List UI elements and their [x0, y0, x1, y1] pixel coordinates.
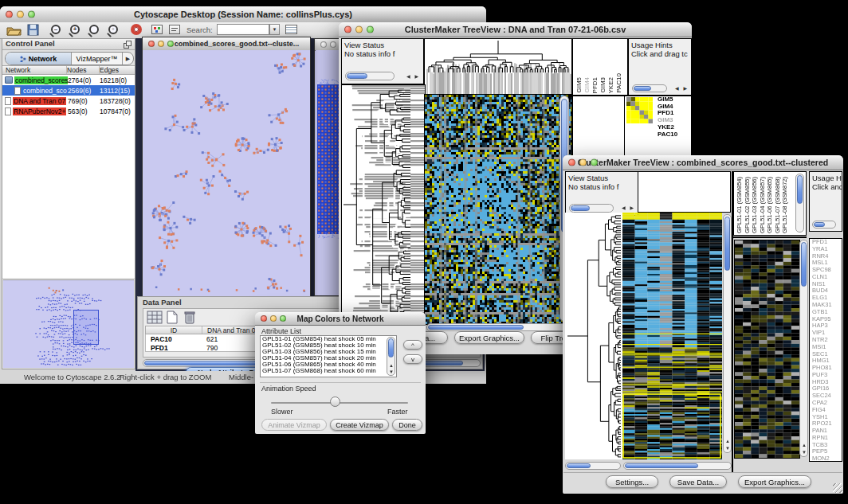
usage-hints-scroll-pill[interactable] [814, 222, 825, 227]
attribute-table-icon[interactable] [285, 25, 297, 34]
tab-overflow-button[interactable]: ▶ [123, 53, 133, 64]
animate-vizmap-button[interactable]: Animate Vizmap [261, 419, 327, 431]
close-button[interactable] [148, 41, 155, 47]
treeview2-titlebar[interactable]: ClusterMaker TreeView : combined_scores_… [563, 155, 843, 170]
search-dropdown-button[interactable]: ▼ [269, 24, 280, 35]
gene-label[interactable]: MON2 [812, 455, 842, 462]
zoom-in-icon[interactable]: + [70, 25, 80, 34]
main-titlebar[interactable]: Cytoscape Desktop (Session Name: collins… [0, 6, 486, 23]
export-graphics-button[interactable]: Export Graphics... [454, 331, 524, 344]
zoom-button[interactable] [367, 26, 374, 33]
attribute-list-scrollbar[interactable]: ▲ ▼ [387, 337, 395, 376]
close-button[interactable] [344, 26, 351, 33]
zoom-button[interactable] [280, 315, 286, 322]
table-grid-icon[interactable] [147, 311, 163, 324]
scroll-arrows-icon[interactable]: ◀ ▶ [622, 205, 635, 210]
network-frame1-titlebar[interactable]: combined_scores_good.txt--cluste... [143, 37, 310, 51]
treeview1-titlebar[interactable]: ClusterMaker TreeView : DNA and Tran 07-… [339, 22, 692, 37]
close-button[interactable] [320, 41, 327, 48]
array-labels-scroll-pill[interactable] [797, 175, 803, 204]
treeview2-zoom-vscroll-pill[interactable] [801, 242, 807, 287]
save-data-button[interactable]: Save Data... [669, 475, 727, 488]
treeview2-gtr-hscroll[interactable] [565, 462, 621, 470]
scroll-up-icon[interactable]: ▲ [725, 439, 730, 443]
zoom-fit-icon[interactable]: ▫ [108, 25, 118, 34]
zoom-button[interactable] [28, 11, 35, 18]
scroll-arrows-icon[interactable]: ◀ ▶ [406, 73, 420, 79]
search-input[interactable] [217, 24, 269, 35]
vizmapper-icon[interactable] [151, 25, 163, 34]
dialog-titlebar[interactable]: Map Colors to Network [255, 312, 426, 326]
attribute-list-item[interactable]: GPL51-07 (GSM868) heat shock 60 min [261, 368, 396, 374]
zoom-out-icon[interactable]: – [51, 25, 61, 34]
scroll-up-icon[interactable]: ▲ [802, 443, 807, 447]
network-overview-canvas[interactable] [3, 279, 134, 368]
treeview2-heat-hscroll-pill[interactable] [625, 463, 698, 468]
help-icon[interactable] [131, 24, 142, 35]
tab-vizmapper[interactable]: VizMapper™ [72, 53, 123, 64]
minimize-button[interactable] [579, 159, 587, 166]
minimize-button[interactable] [158, 41, 164, 47]
save-session-icon[interactable] [27, 24, 39, 36]
view-status-scrollbar[interactable] [569, 204, 614, 213]
zoom-button[interactable] [167, 41, 174, 47]
minimize-button[interactable] [330, 41, 336, 48]
close-button[interactable] [568, 159, 575, 166]
treeview1-gene-dendrogram-canvas[interactable] [341, 84, 426, 325]
view-status-scroll-pill[interactable] [347, 73, 367, 79]
attribute-list: GPL51-01 (GSM854) heat shock 05 minGPL51… [260, 335, 397, 377]
treeview1-zoom-matrix-canvas[interactable] [626, 97, 653, 123]
treeview2-vscroll[interactable]: ▲ ▼ [723, 214, 732, 453]
treeview1-heatmap-canvas[interactable] [424, 94, 572, 325]
minimize-button[interactable] [270, 315, 277, 322]
view-status-scrollbar[interactable] [345, 72, 395, 80]
treeview2-view-status: View Status No status info f ◀ ▶ [565, 171, 638, 216]
network-row[interactable]: DNA and Tran 07 769(0) 183728(0) [2, 96, 135, 106]
treeview1-array-dendrogram-canvas[interactable] [424, 38, 572, 96]
move-up-button[interactable]: ^ [403, 340, 422, 350]
attribute-list-scroll-pill[interactable] [388, 338, 394, 357]
treeview2-zoom-heatmap-canvas[interactable] [734, 240, 800, 459]
network-row[interactable]: RNAPuberNov2+ 563(0) 107847(0) [2, 106, 135, 116]
usage-hints-scrollbar[interactable] [632, 84, 667, 92]
scroll-down-icon[interactable]: ▼ [802, 450, 807, 455]
network-view1-canvas[interactable] [143, 50, 310, 294]
minimize-button[interactable] [355, 26, 363, 33]
zoom-button[interactable] [591, 159, 598, 166]
usage-hints-scroll-pill[interactable] [634, 86, 651, 91]
minimize-button[interactable] [17, 11, 24, 18]
treeview1-heat-hscroll[interactable] [426, 323, 569, 331]
create-vizmap-button[interactable]: Create Vizmap [330, 419, 389, 431]
treeview2-vscroll-pill[interactable] [724, 217, 730, 271]
annotation-icon[interactable] [169, 25, 180, 34]
usage-hints-scrollbar[interactable] [812, 221, 836, 229]
array-labels-scrollbar[interactable] [795, 174, 804, 232]
float-panel-icon[interactable] [124, 41, 132, 49]
treeview2-zoom-vscroll[interactable]: ▲ ▼ [799, 240, 808, 457]
open-file-icon[interactable] [6, 25, 22, 36]
close-button[interactable] [261, 315, 267, 322]
treeview2-gene-dendrogram-canvas[interactable] [565, 213, 622, 459]
treeview2-gtr-hscroll-pill[interactable] [567, 463, 591, 468]
scroll-down-icon[interactable]: ▼ [389, 369, 394, 374]
treeview1-heat-hscroll-pill[interactable] [428, 325, 524, 330]
scroll-up-icon[interactable]: ▲ [389, 363, 394, 368]
scroll-down-icon[interactable]: ▼ [725, 446, 730, 451]
settings-button[interactable]: Settings... [606, 475, 658, 488]
network-row[interactable]: combined_sco 2569(6) 13112(15) [2, 85, 135, 96]
done-button[interactable]: Done [392, 419, 422, 431]
scroll-arrows-icon[interactable]: ◀ ▶ [675, 85, 689, 91]
speed-slider-thumb[interactable] [330, 397, 340, 407]
tab-network[interactable]: Network [6, 53, 72, 64]
move-down-button[interactable]: v [403, 354, 422, 364]
export-graphics-button[interactable]: Export Graphics... [738, 475, 811, 488]
network-row[interactable]: combined_scores_ 2764(0) 16218(0) [2, 75, 135, 85]
close-button[interactable] [6, 11, 13, 18]
trash-icon[interactable] [183, 311, 196, 324]
treeview2-heat-hscroll[interactable] [623, 462, 732, 470]
treeview2-heatmap-canvas[interactable] [622, 213, 722, 459]
view-status-scroll-pill[interactable] [571, 205, 590, 211]
resize-grip[interactable] [833, 483, 842, 493]
zoom-selected-icon[interactable] [89, 25, 99, 34]
new-document-icon[interactable] [166, 311, 179, 324]
